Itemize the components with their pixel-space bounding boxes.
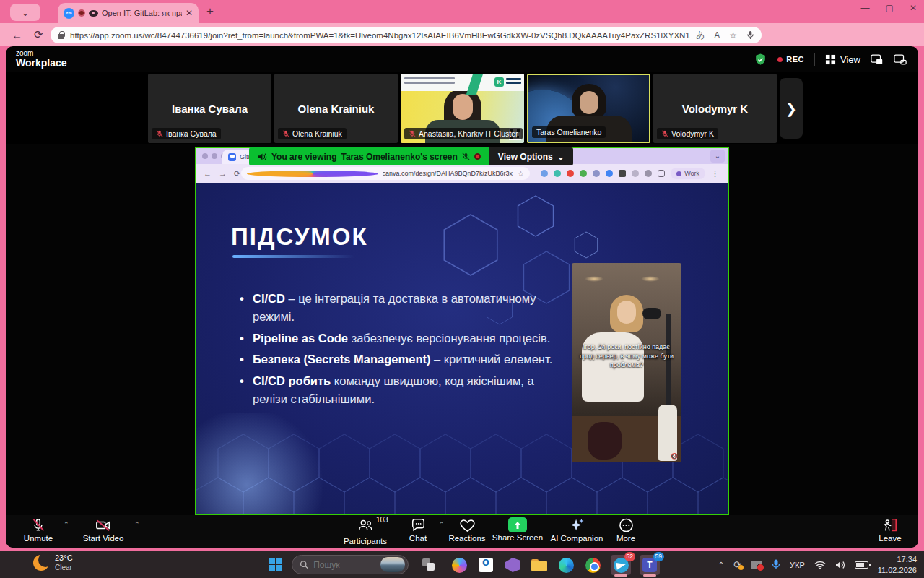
file-explorer-icon[interactable] — [529, 555, 549, 575]
picture-in-picture-icon[interactable] — [871, 54, 884, 65]
participant-label: Taras Omelianenko — [532, 126, 606, 138]
security-shield-icon[interactable] — [754, 53, 767, 66]
participant-tile[interactable]: Іванка Сувала Іванка Сувала — [148, 74, 271, 143]
extension-icon[interactable] — [619, 170, 626, 177]
taskbar-weather-widget[interactable]: 23°C Clear — [33, 553, 73, 572]
browser-tab[interactable]: zm Open IT: GitLab: як прац... ✕ — [58, 3, 199, 23]
taskbar-clock[interactable]: 17:34 11.02.2026 — [878, 554, 917, 575]
window-minimize-button[interactable]: — — [861, 3, 870, 13]
participant-tile-active-speaker[interactable]: Taras Omelianenko — [527, 74, 650, 143]
task-view-button[interactable] — [422, 558, 435, 571]
read-aloud-icon[interactable]: A — [714, 30, 720, 40]
voice-search-icon[interactable] — [746, 30, 754, 40]
canva-favicon — [247, 171, 378, 177]
windows-taskbar: 23°C Clear 52 T 59 ⌃ ⟳ УКР 17:34 11.02.2… — [0, 551, 924, 578]
telegram-icon[interactable]: 52 — [611, 555, 631, 575]
reload-icon[interactable]: ⟳ — [234, 169, 240, 178]
weather-description: Clear — [55, 564, 73, 572]
forward-icon[interactable]: → — [219, 169, 227, 178]
embedded-vertical-video[interactable]: Ігор, 24 роки, постійно падає прод серве… — [572, 263, 681, 462]
speaker-icon — [258, 152, 267, 161]
unmute-caret[interactable]: ⌃ — [64, 521, 69, 528]
bullet-item: CI/CD робить команду швидшою, код якісні… — [238, 372, 565, 408]
corner-glow — [196, 413, 341, 514]
extension-icon[interactable] — [632, 170, 639, 177]
extension-icon[interactable] — [567, 170, 574, 177]
pop-out-icon[interactable] — [894, 54, 907, 65]
start-button[interactable] — [269, 558, 282, 571]
tab-list-chevron[interactable]: ⌄ — [710, 150, 725, 163]
screen-record-tray-icon[interactable] — [751, 561, 762, 569]
search-icon — [300, 560, 308, 569]
share-screen-icon — [508, 517, 527, 532]
visual-studio-icon[interactable] — [502, 555, 523, 575]
extension-icon[interactable] — [658, 170, 665, 177]
muted-mic-icon — [282, 130, 289, 137]
participant-label: Olena Krainiuk — [278, 128, 346, 139]
view-options-button[interactable]: View Options ⌄ — [489, 147, 573, 165]
new-tab-button[interactable]: + — [206, 4, 214, 19]
sync-icon[interactable]: ⟳ — [733, 559, 741, 570]
start-video-button[interactable]: Start Video — [77, 517, 130, 543]
back-icon[interactable]: ← — [204, 169, 212, 178]
more-icon — [618, 517, 635, 533]
teams-icon[interactable]: T 59 — [640, 555, 660, 575]
participant-tile[interactable]: Volodymyr K Volodymyr K — [653, 74, 777, 143]
muted-mic-icon — [409, 130, 416, 137]
recording-indicator[interactable]: REC — [777, 55, 804, 64]
reload-icon[interactable]: ⟳ — [34, 28, 43, 41]
leave-button[interactable]: Leave — [872, 517, 908, 543]
ai-companion-button[interactable]: AI Companion — [539, 517, 615, 543]
address-bar[interactable]: https://app.zoom.us/wc/84744736619/join?… — [51, 27, 762, 43]
unmute-button[interactable]: Unmute — [16, 517, 61, 543]
copilot-taskbar-icon[interactable] — [449, 555, 469, 575]
url-text[interactable]: https://app.zoom.us/wc/84744736619/join?… — [70, 31, 690, 40]
video-caret[interactable]: ⌃ — [134, 521, 140, 528]
taskbar-search[interactable] — [292, 555, 409, 574]
chrome-icon[interactable] — [583, 555, 603, 575]
more-button[interactable]: More — [607, 517, 645, 543]
viewing-text: You are viewing — [271, 152, 336, 162]
chat-button[interactable]: Chat — [401, 517, 435, 543]
tray-expand-icon[interactable]: ⌃ — [718, 561, 724, 569]
kharkiv-it-cluster-logo: K — [494, 77, 504, 87]
participant-tile-video[interactable]: K Anastasiia, Kharkiv IT Cluster — [401, 74, 524, 143]
extension-icon[interactable] — [593, 170, 600, 177]
participant-tile[interactable]: Olena Krainiuk Olena Krainiuk — [274, 74, 398, 143]
participants-count-badge: 103 — [376, 516, 388, 524]
extension-icon[interactable] — [554, 170, 561, 177]
shared-url-text: canva.com/design/DAHA9BQnD7k/zUkB6r3xFRy… — [383, 170, 514, 177]
search-highlight-image[interactable] — [380, 557, 405, 572]
bullet-item: CI/CD – це інтеграція та доставка в авто… — [238, 290, 565, 326]
participant-name: Volodymyr K — [653, 103, 777, 115]
bookmark-star-icon[interactable]: ☆ — [729, 30, 737, 40]
translate-icon[interactable]: あ — [696, 29, 705, 41]
video-mute-icon: 🔇 — [671, 453, 678, 460]
search-input[interactable] — [313, 560, 375, 570]
shared-address-bar[interactable]: canva.com/design/DAHA9BQnD7k/zUkB6r3xFRy… — [241, 167, 530, 180]
extension-icon[interactable] — [645, 170, 652, 177]
participants-button[interactable]: 103 Participants — [334, 517, 396, 545]
title-underline — [232, 255, 361, 258]
back-icon[interactable]: ← — [12, 29, 22, 41]
tab-search-button[interactable]: ⌄ — [10, 4, 40, 21]
teams-badge: 59 — [653, 552, 664, 561]
bookmark-star-icon[interactable]: ☆ — [518, 170, 524, 178]
window-maximize-button[interactable]: ▢ — [886, 3, 894, 13]
extension-icon[interactable] — [541, 170, 548, 177]
outlook-icon[interactable] — [476, 555, 496, 575]
profile-work-button[interactable]: Work — [671, 168, 705, 179]
extension-icon[interactable] — [580, 170, 587, 177]
window-close-button[interactable]: ✕ — [910, 3, 917, 13]
battery-icon[interactable] — [855, 561, 868, 569]
active-mic-tray-icon[interactable] — [772, 559, 780, 570]
view-button[interactable]: View — [825, 54, 860, 65]
volume-icon[interactable] — [835, 561, 845, 569]
edge-icon[interactable] — [556, 555, 576, 575]
next-participants-button[interactable]: ❯ — [780, 78, 803, 139]
language-indicator[interactable]: УКР — [790, 561, 805, 569]
extension-icon[interactable] — [606, 170, 613, 177]
tab-close-icon[interactable]: ✕ — [186, 8, 193, 18]
browser-menu-icon[interactable]: ⋮ — [711, 169, 719, 178]
wifi-icon[interactable] — [814, 561, 826, 569]
